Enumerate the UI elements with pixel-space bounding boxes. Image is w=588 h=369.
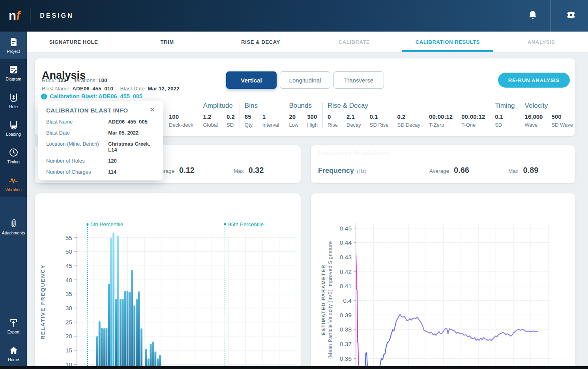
sidebar-item-timing[interactable]: Timing [0, 142, 27, 170]
parameter-group-amplitude: Amplitude1.2Global0.2SD [198, 102, 239, 128]
sidebar-item-attachments[interactable]: Attachments [0, 213, 27, 241]
run-label: Run#: [42, 77, 56, 83]
parameter-label: Low [289, 122, 298, 128]
parameter-item: 100Deck-deck [169, 113, 193, 128]
sidebar-item-label: Home [8, 357, 19, 362]
parameter-item: 00:00:12T-One [461, 113, 485, 128]
popup-row-label: Blast Name [46, 119, 108, 125]
parameter-item: 00:00:12T-Zero [429, 113, 453, 128]
parameter-label: SD Decay [397, 122, 421, 128]
transverse-toggle-button[interactable]: Transverse [333, 71, 384, 89]
average-stat: Average0.66 [429, 166, 508, 175]
parameter-group-title: Bounds [289, 102, 318, 111]
sidebar-item-label: Timing [7, 159, 19, 164]
waveform-icon [9, 175, 19, 185]
diagram-icon [9, 65, 19, 75]
max-value: 0.89 [523, 166, 539, 175]
bell-icon [528, 10, 538, 22]
parameter-item: 2.1Decay [346, 113, 361, 128]
settings-button[interactable] [560, 4, 582, 27]
logo-divider [30, 8, 30, 23]
popup-row-value: 120 [108, 158, 117, 164]
sidebar-item-diagram[interactable]: Diagram [0, 59, 27, 87]
histogram-bar [152, 341, 154, 369]
longitudinal-toggle-button[interactable]: Longitudinal [280, 71, 330, 89]
close-button[interactable]: ✕ [149, 107, 156, 113]
y-tick-label: 0.41 [340, 283, 352, 289]
y-axis-label-line2: (Mean Particle Velocity (In/S) Improved … [328, 241, 333, 359]
tab-analysis[interactable]: ANALYSIS [494, 32, 588, 52]
y-tick-label: 0.43 [340, 254, 352, 260]
sidebar-bottom: ExportHome [0, 312, 27, 367]
histogram-bar [112, 232, 114, 369]
sidebar-item-hole[interactable]: Hole [0, 87, 27, 114]
histogram-chart: 10152025303540455055RELATIVE FREQUENCY5t… [35, 193, 301, 369]
direction-toggle-group: VerticalLongitudinalTransverse [226, 71, 384, 89]
metric-row: Frequency(Hz)Average0.66Max0.89 [318, 166, 567, 175]
blast-date-value: Mar 12, 2022 [148, 86, 179, 92]
screen-bottom-strip [0, 366, 588, 369]
sidebar-item-home[interactable]: Home [0, 340, 27, 367]
tab-bar: SIGNATURE HOLETRIMRISE & DECAYCALIBRATEC… [27, 32, 588, 52]
sidebar-item-project[interactable]: Project [0, 32, 27, 59]
histogram-bar [96, 336, 98, 369]
average-label: Average [429, 168, 449, 174]
popup-row-label: Number of Holes [46, 158, 108, 164]
sidebar-item-export[interactable]: Export [0, 312, 27, 340]
parameter-item: 0.1SD Rise [370, 113, 389, 128]
parameter-group-title [169, 102, 193, 111]
parameter-group-deck: 100Deck-deck [169, 102, 198, 128]
relative-frequency-histogram-card: 10152025303540455055RELATIVE FREQUENCY5t… [35, 193, 301, 369]
vertical-toggle-button[interactable]: Vertical [226, 71, 277, 89]
parameter-value: 0.1 [370, 113, 389, 120]
rerun-analysis-button[interactable]: RE-RUN ANALYSIS [498, 73, 570, 88]
y-tick-label: 35 [66, 290, 72, 297]
parameter-value: 0.2 [397, 113, 421, 120]
home-icon [9, 345, 19, 355]
max-stat: Max0.32 [234, 166, 293, 175]
run-value: 123 [58, 77, 67, 83]
sidebar-item-vibration[interactable]: Vibration [0, 170, 27, 197]
y-tick-label: 45 [66, 262, 72, 269]
y-tick-label: 0.4 [343, 297, 352, 304]
calibration-blast-link-label: Calibration Blast: ADE06_455_005 [50, 93, 142, 99]
blast-meta: Blast Name: ADE06_455_010 Blast Date: Ma… [42, 86, 180, 92]
tab-calibration-results[interactable]: CALIBRATION RESULTS [401, 32, 494, 52]
parameter-group-title: Rise & Decay [328, 102, 485, 111]
parameter-item: 85Qty. [245, 113, 254, 128]
iterations-value: 100 [98, 77, 107, 83]
popup-row: Blast NameADE06_455_005 [46, 119, 156, 125]
tab-trim[interactable]: TRIM [120, 32, 214, 52]
histogram-bar [103, 328, 105, 369]
sidebar: ProjectDiagramHoleLoadingTimingVibration… [0, 32, 27, 369]
histogram-bar [129, 292, 131, 369]
parameter-value: 100 [169, 113, 193, 120]
blast-name-value: ADE06_455_010 [72, 86, 113, 92]
sidebar-item-label: Loading [6, 132, 21, 137]
parameter-item: 0.2SD Decay [397, 113, 421, 128]
sidebar-item-loading[interactable]: Loading [0, 114, 27, 142]
y-tick-label: 0.37 [340, 341, 352, 347]
app-name: DESIGN [40, 12, 73, 19]
max-stat: Max0.89 [508, 166, 567, 175]
parameter-label: T-Zero [429, 122, 453, 128]
parameter-label: Deck-deck [169, 122, 193, 128]
parameter-group-title: Velocity [525, 102, 573, 111]
info-icon: i [41, 94, 47, 99]
logo-n: n [9, 9, 16, 23]
sidebar-item-label: Export [7, 330, 19, 334]
tab-calibrate[interactable]: CALIBRATE [307, 32, 401, 52]
notifications-button[interactable] [521, 4, 544, 27]
popup-row-label: Blast Date [46, 130, 108, 136]
parameter-items: 0Rise2.1Decay0.1SD Rise0.2SD Decay00:00:… [328, 113, 485, 128]
tab-signature-hole[interactable]: SIGNATURE HOLE [27, 32, 120, 52]
parameter-item: 1Interval [262, 113, 279, 128]
export-icon [9, 318, 19, 328]
metric-unit: (Hz) [357, 168, 367, 174]
histogram-bar [133, 305, 135, 369]
calibration-blast-link[interactable]: i Calibration Blast: ADE06_455_005 [41, 93, 142, 99]
y-tick-label: 0.36 [340, 355, 352, 362]
parameter-label: Decay [346, 122, 361, 128]
tab-rise-decay[interactable]: RISE & DECAY [214, 32, 307, 52]
calibration-blast-info-popup: CALIBRATION BLAST INFO ✕ Blast NameADE06… [38, 101, 163, 180]
